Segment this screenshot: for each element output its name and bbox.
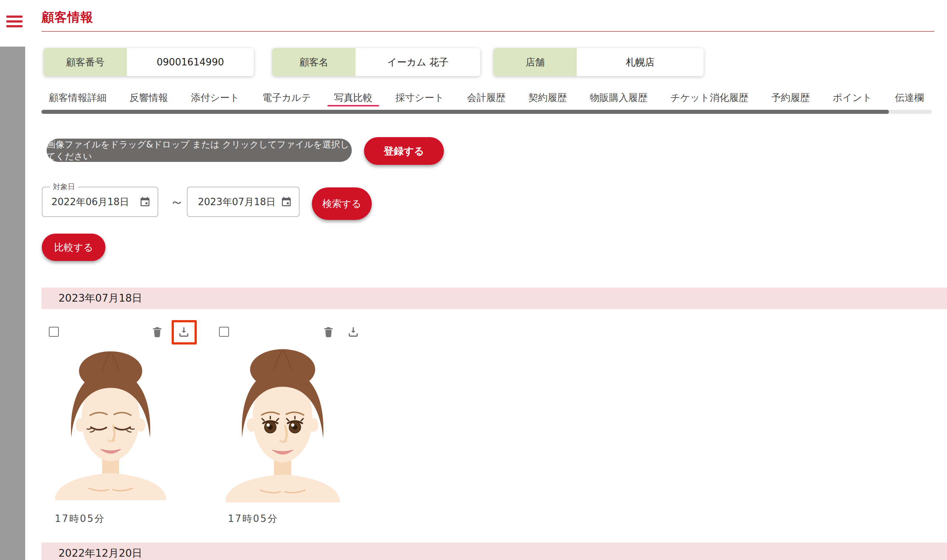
tab-6[interactable]: 採寸シート xyxy=(395,89,444,106)
tab-4[interactable]: 電子カルテ xyxy=(262,89,311,106)
date-section-banner: 2022年12月20日 xyxy=(42,543,947,560)
photo-timestamp: 17時05分 xyxy=(228,512,278,525)
left-sidebar-rail xyxy=(0,46,25,560)
date-section-banner: 2023年07月18日 xyxy=(42,288,947,309)
date-to-value: 2023年07月18日 xyxy=(198,195,281,208)
image-dropzone[interactable]: 画像ファイルをドラッグ&ドロップ または クリックしてファイルを選択してください xyxy=(46,138,352,162)
customer-name-field: 顧客名 イーカム 花子 xyxy=(272,48,480,76)
tab-2[interactable]: 反響情報 xyxy=(130,89,168,106)
customer-number-label: 顧客番号 xyxy=(44,48,127,76)
search-button[interactable]: 検索する xyxy=(312,188,372,220)
date-from-input[interactable]: 対象日 2022年06月18日 xyxy=(42,187,158,217)
date-to-input[interactable]: 2023年07月18日 xyxy=(187,187,300,217)
tab-10[interactable]: チケット消化履歴 xyxy=(670,89,748,106)
tab-scrollbar-track[interactable] xyxy=(42,110,932,114)
hamburger-menu-icon[interactable] xyxy=(6,15,23,27)
register-button[interactable]: 登録する xyxy=(364,137,444,165)
photo-checkbox[interactable] xyxy=(219,327,229,337)
calendar-icon[interactable] xyxy=(139,196,151,208)
tab-8[interactable]: 契約履歴 xyxy=(528,89,567,106)
customer-photo[interactable] xyxy=(217,346,348,503)
customer-number-value: 09001614990 xyxy=(127,48,254,76)
tab-11[interactable]: 予約履歴 xyxy=(771,89,810,106)
tab-scrollbar-thumb[interactable] xyxy=(42,110,889,114)
store-field: 店舗 札幌店 xyxy=(494,48,703,76)
tab-7[interactable]: 会計履歴 xyxy=(467,89,505,106)
customer-info-page: 顧客情報 顧客番号 09001614990 顧客名 イーカム 花子 店舗 札幌店… xyxy=(0,0,947,560)
download-icon[interactable] xyxy=(177,326,190,338)
store-value: 札幌店 xyxy=(577,48,703,76)
trash-icon[interactable] xyxy=(151,326,163,338)
download-icon[interactable] xyxy=(347,326,359,338)
dropzone-text: 画像ファイルをドラッグ&ドロップ または クリックしてファイルを選択してください xyxy=(46,138,352,162)
page-title: 顧客情報 xyxy=(42,9,93,26)
calendar-icon[interactable] xyxy=(281,196,292,208)
customer-photo[interactable] xyxy=(47,346,174,503)
date-from-floating-label: 対象日 xyxy=(50,182,78,191)
compare-button[interactable]: 比較する xyxy=(42,234,105,261)
title-divider xyxy=(42,31,935,32)
section-date: 2022年12月20日 xyxy=(59,546,142,560)
tab-1[interactable]: 顧客情報詳細 xyxy=(49,89,106,106)
tab-9[interactable]: 物販購入履歴 xyxy=(590,89,647,106)
customer-name-value: イーカム 花子 xyxy=(355,48,480,76)
tab-12[interactable]: ポイント xyxy=(833,89,872,106)
tab-bar: 顧客情報詳細反響情報添付シート電子カルテ写真比較採寸シート会計履歴契約履歴物販購… xyxy=(49,89,947,106)
store-label: 店舗 xyxy=(494,48,577,76)
date-from-value: 2022年06月18日 xyxy=(51,195,139,208)
tab-3[interactable]: 添付シート xyxy=(191,89,239,106)
photo-timestamp: 17時05分 xyxy=(55,512,105,525)
customer-number-field: 顧客番号 09001614990 xyxy=(44,48,254,76)
trash-icon[interactable] xyxy=(322,326,335,338)
section-date: 2023年07月18日 xyxy=(59,291,142,305)
date-range-separator: ～ xyxy=(166,187,188,217)
photo-checkbox[interactable] xyxy=(49,327,59,337)
tab-13[interactable]: 伝達欄 xyxy=(895,89,924,106)
customer-name-label: 顧客名 xyxy=(272,48,355,76)
tab-5[interactable]: 写真比較 xyxy=(334,89,373,106)
